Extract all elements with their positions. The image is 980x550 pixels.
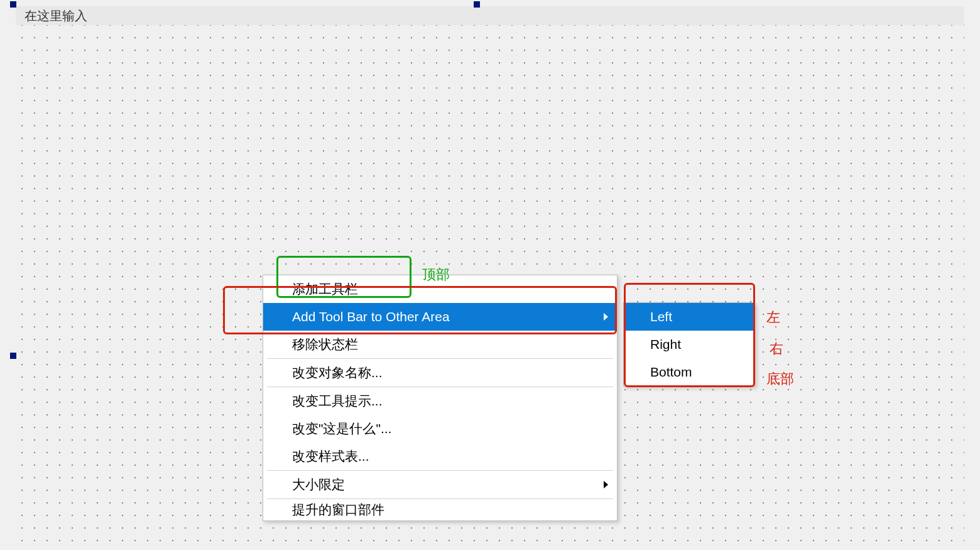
menu-item-change-tooltip[interactable]: 改变工具提示... bbox=[263, 387, 617, 415]
context-menu: 添加工具栏 Add Tool Bar to Other Area 移除状态栏 改… bbox=[263, 275, 618, 521]
menu-item-label: Bottom bbox=[650, 365, 692, 380]
submenu-item-bottom[interactable]: Bottom bbox=[624, 358, 754, 386]
selection-handle-top-center[interactable] bbox=[474, 1, 480, 8]
menu-item-change-object-name[interactable]: 改变对象名称... bbox=[263, 359, 617, 387]
menu-item-label: 提升的窗口部件 bbox=[292, 501, 384, 519]
menu-item-change-stylesheet[interactable]: 改变样式表... bbox=[263, 443, 617, 470]
menu-item-label: 添加工具栏 bbox=[292, 280, 358, 298]
submenu-arrow-icon bbox=[604, 313, 608, 321]
submenu-arrow-icon bbox=[604, 481, 608, 488]
menu-strip-prompt: 在这里输入 bbox=[24, 8, 87, 25]
menu-item-label: Add Tool Bar to Other Area bbox=[292, 309, 450, 324]
menu-item-label: 大小限定 bbox=[292, 476, 345, 493]
menu-item-change-whatsthis[interactable]: 改变"这是什么"... bbox=[263, 415, 617, 443]
menu-item-label: 改变"这是什么"... bbox=[292, 420, 391, 437]
submenu-item-right[interactable]: Right bbox=[624, 331, 754, 358]
menu-item-label: Right bbox=[650, 337, 681, 352]
menu-item-remove-statusbar[interactable]: 移除状态栏 bbox=[263, 331, 617, 358]
menu-item-label: 改变对象名称... bbox=[292, 364, 383, 382]
selection-handle-middle-left[interactable] bbox=[10, 353, 16, 359]
menu-item-label: Left bbox=[650, 309, 672, 324]
menu-item-label: 改变工具提示... bbox=[292, 392, 383, 410]
submenu-item-left[interactable]: Left bbox=[624, 303, 754, 331]
menu-item-label: 改变样式表... bbox=[292, 448, 369, 465]
annotation-label-right: 右 bbox=[770, 339, 783, 358]
menu-strip[interactable]: 在这里输入 bbox=[16, 6, 964, 25]
annotation-label-top: 顶部 bbox=[422, 265, 450, 284]
menu-item-label: 移除状态栏 bbox=[292, 336, 358, 353]
menu-item-add-toolbar-other[interactable]: Add Tool Bar to Other Area bbox=[263, 303, 617, 331]
selection-handle-top-left[interactable] bbox=[10, 1, 16, 8]
menu-item-size-limit[interactable]: 大小限定 bbox=[263, 471, 617, 498]
menu-item-promote-widget[interactable]: 提升的窗口部件 bbox=[263, 499, 617, 520]
annotation-label-left: 左 bbox=[766, 308, 780, 327]
submenu-toolbar-area: Left Right Bottom bbox=[623, 302, 755, 387]
annotation-label-bottom: 底部 bbox=[766, 370, 794, 388]
